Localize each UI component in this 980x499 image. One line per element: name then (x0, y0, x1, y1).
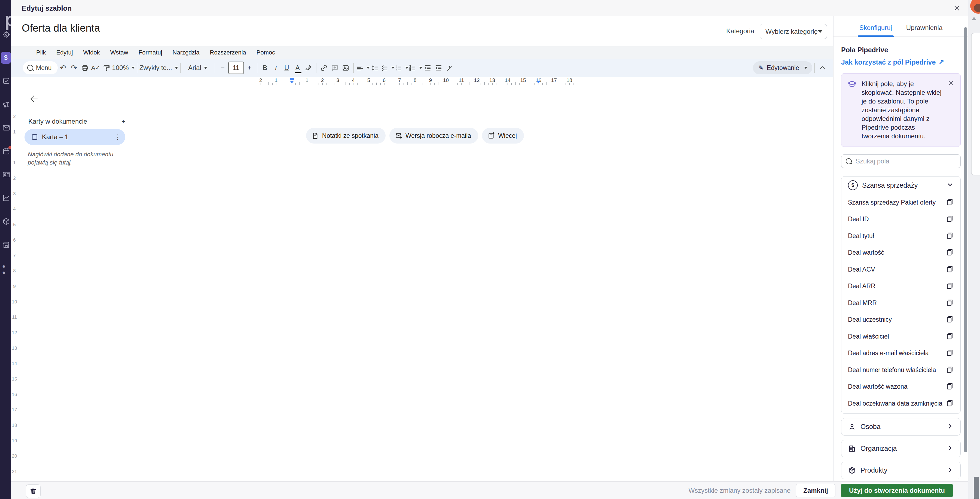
copy-icon[interactable] (946, 248, 954, 257)
target-icon[interactable] (2, 30, 10, 39)
copy-icon[interactable] (946, 315, 954, 324)
campaigns-megaphone-icon[interactable] (2, 100, 10, 108)
bulleted-list-icon[interactable] (395, 62, 409, 74)
delete-template-button[interactable] (26, 484, 41, 498)
tasks-icon[interactable] (2, 77, 10, 85)
field-item[interactable]: Deal ARR (842, 278, 960, 295)
section-header-deal[interactable]: $ Szansa sprzedaży (842, 177, 960, 194)
editing-mode-button[interactable]: ✎ Edytowanie (753, 61, 812, 74)
menu-item[interactable]: Pomoc (251, 49, 280, 56)
copy-icon[interactable] (946, 365, 954, 375)
line-spacing-icon[interactable] (370, 62, 381, 74)
highlight-color-icon[interactable] (303, 62, 314, 74)
collapse-toolbar-icon[interactable] (817, 62, 828, 74)
mail-icon[interactable] (2, 124, 10, 132)
text-color-button[interactable]: A (292, 62, 303, 74)
field-item[interactable]: Deal uczestnicy (842, 311, 960, 328)
menu-item[interactable]: Edytuj (51, 49, 78, 56)
chip-more[interactable]: Więcej (482, 128, 524, 143)
products-box-icon[interactable] (2, 217, 10, 226)
indent-marker-right[interactable] (536, 81, 541, 83)
close-icon[interactable] (947, 80, 955, 140)
field-item[interactable]: Szansa sprzedaży Pakiet oferty (842, 194, 960, 211)
card-item-selected[interactable]: Karta – 1 ⋮ (24, 129, 125, 145)
decrease-indent-icon[interactable] (422, 62, 433, 74)
field-item[interactable]: Deal oczekiwana data zamknięcia (842, 395, 960, 412)
copy-icon[interactable] (946, 231, 954, 241)
calendar-icon[interactable] (2, 147, 10, 155)
copy-icon[interactable] (946, 348, 954, 358)
deals-dollar-icon[interactable]: $ (1, 52, 11, 64)
document-page[interactable]: Notatki ze spotkania Wersja robocza e-ma… (253, 94, 577, 481)
fields-section-products[interactable]: Produkty (841, 462, 961, 479)
copy-icon[interactable] (946, 198, 954, 207)
menu-item[interactable]: Plik (31, 49, 51, 56)
chip-meeting-notes[interactable]: Notatki ze spotkania (306, 128, 386, 143)
insert-link-icon[interactable] (318, 62, 329, 74)
marketplace-store-icon[interactable] (2, 241, 10, 249)
paragraph-style-select[interactable]: Zwykły te... (139, 62, 178, 74)
more-dots-icon[interactable]: ● ● (2, 263, 10, 271)
insert-image-icon[interactable] (340, 62, 351, 74)
fields-section-person[interactable]: Osoba (841, 418, 961, 435)
italic-button[interactable]: I (270, 62, 281, 74)
redo-button[interactable]: ↷ (68, 62, 80, 74)
search-menu-button[interactable]: Menu (23, 61, 58, 74)
copy-icon[interactable] (946, 382, 954, 391)
clear-formatting-icon[interactable] (444, 62, 455, 74)
font-size-decrease-button[interactable]: − (217, 62, 228, 74)
checklist-icon[interactable] (381, 62, 395, 74)
use-template-button[interactable]: Użyj do stworzenia dokumentu (841, 484, 953, 497)
menu-item[interactable]: Wstaw (105, 49, 134, 56)
align-icon[interactable] (356, 62, 370, 74)
close-icon[interactable] (953, 4, 961, 13)
copy-icon[interactable] (946, 281, 954, 291)
kebab-menu-icon[interactable]: ⋮ (115, 133, 121, 141)
paint-format-icon[interactable] (101, 62, 112, 74)
copy-icon[interactable] (946, 332, 954, 341)
field-item[interactable]: Deal ACV (842, 261, 960, 278)
back-arrow-icon[interactable] (27, 93, 40, 106)
insights-chart-icon[interactable] (2, 194, 10, 202)
horizontal-ruler[interactable]: 21123456789101112131415161718 (11, 77, 833, 86)
print-icon[interactable] (80, 62, 91, 74)
add-comment-icon[interactable] (329, 62, 340, 74)
search-input[interactable]: Szukaj pola (841, 155, 961, 168)
close-button[interactable]: Zamknij (796, 484, 835, 497)
copy-icon[interactable] (946, 399, 954, 408)
copy-icon[interactable] (946, 265, 954, 274)
field-item[interactable]: Deal tytuł (842, 228, 960, 244)
fields-section-organization[interactable]: Organizacja (841, 440, 961, 458)
scroll-up-arrow-icon[interactable] (972, 17, 977, 20)
numbered-list-icon[interactable] (409, 62, 422, 74)
category-select[interactable]: Wybierz kategorię (760, 24, 827, 39)
indent-marker-left[interactable] (290, 78, 294, 80)
menu-item[interactable]: Formatuj (134, 49, 167, 56)
avatar[interactable] (970, 0, 980, 14)
field-item[interactable]: Deal MRR (842, 295, 960, 311)
font-size-increase-button[interactable]: + (244, 62, 255, 74)
field-item[interactable]: Deal wartość (842, 244, 960, 261)
tab-configure[interactable]: Skonfiguruj (859, 16, 892, 37)
panel-scrollbar-thumb[interactable] (964, 27, 967, 452)
underline-button[interactable]: U (281, 62, 292, 74)
document-title[interactable]: Oferta dla klienta (22, 22, 100, 34)
field-item[interactable]: Deal adres e-mail właściciela (842, 345, 960, 362)
field-item[interactable]: Deal właściciel (842, 328, 960, 345)
bold-button[interactable]: B (259, 62, 270, 74)
copy-icon[interactable] (946, 298, 954, 308)
indent-marker-left-triangle[interactable] (290, 81, 294, 83)
field-item[interactable]: Deal numer telefonu właściciela (842, 362, 960, 378)
font-select[interactable]: Arial (183, 62, 213, 74)
help-link[interactable]: Jak korzystać z pól Pipedrive ↗ (841, 58, 961, 66)
page-scrollbar-thumb[interactable] (974, 477, 979, 499)
add-card-button[interactable]: + (121, 118, 125, 125)
increase-indent-icon[interactable] (433, 62, 444, 74)
field-item[interactable]: Deal ID (842, 211, 960, 228)
font-size-input[interactable]: 11 (228, 62, 244, 74)
tab-permissions[interactable]: Uprawnienia (906, 16, 942, 37)
contacts-icon[interactable] (2, 171, 10, 179)
zoom-select[interactable]: 100% (112, 62, 135, 74)
menu-item[interactable]: Widok (78, 49, 105, 56)
undo-button[interactable]: ↶ (58, 62, 68, 74)
